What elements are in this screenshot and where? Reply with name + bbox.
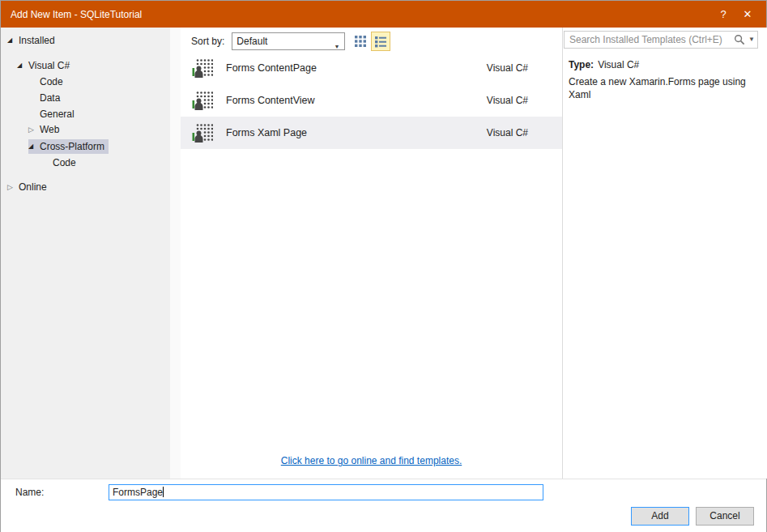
template-list: Forms ContentPage Visual C# Forms Conten…	[181, 52, 562, 149]
template-type-row: Type:Visual C#	[569, 59, 639, 70]
name-label: Name:	[15, 487, 44, 498]
titlebar[interactable]: Add New Item - SQLiteTutorial ? ✕	[1, 1, 766, 28]
expander-collapsed-icon[interactable]: ▷	[7, 179, 19, 195]
tree-item-label: Visual C#	[28, 57, 70, 74]
expander-expanded-icon[interactable]: ◢	[17, 57, 28, 74]
add-new-item-dialog: Add New Item - SQLiteTutorial ? ✕ ◢Insta…	[0, 0, 767, 532]
expander-expanded-icon[interactable]: ◢	[28, 138, 40, 155]
dialog-title: Add New Item - SQLiteTutorial	[11, 9, 711, 20]
tree-item-cross-platform[interactable]: ◢Cross-Platform	[1, 137, 181, 153]
search-box: ▼	[564, 31, 758, 49]
search-dropdown-icon[interactable]: ▼	[748, 36, 755, 43]
list-toolbar: Sort by: Default ▼	[181, 31, 562, 52]
tree-item-data[interactable]: ▷Data	[1, 88, 181, 104]
expander-expanded-icon[interactable]: ◢	[7, 32, 19, 49]
template-item-forms-contentpage[interactable]: Forms ContentPage Visual C#	[181, 52, 562, 84]
expander-collapsed-icon[interactable]: ▷	[28, 121, 40, 138]
forms-page-icon	[192, 90, 213, 111]
tree-item-label: Online	[19, 179, 47, 195]
template-name: Forms ContentPage	[226, 62, 473, 74]
tree-item-label: Code	[40, 74, 63, 90]
tree-item-online[interactable]: ▷Online	[1, 178, 181, 194]
tree-item-installed[interactable]: ◢Installed	[1, 31, 181, 47]
template-item-forms-xaml-page[interactable]: Forms Xaml Page Visual C#	[181, 117, 562, 149]
cancel-button[interactable]: Cancel	[696, 507, 754, 526]
tree-item-web[interactable]: ▷Web	[1, 121, 181, 137]
search-input[interactable]	[564, 31, 758, 49]
footer: Name: FormsPage Add Cancel	[1, 479, 766, 532]
help-button[interactable]: ?	[711, 8, 735, 20]
name-input[interactable]: FormsPage	[109, 484, 543, 500]
tree-item-label: Data	[40, 90, 60, 106]
sort-by-dropdown[interactable]: Default ▼	[232, 32, 345, 50]
category-tree-panel: ◢Installed ◢Visual C# ▷Code ▷Data ▷Gener…	[1, 28, 181, 479]
template-language: Visual C#	[473, 95, 562, 106]
template-item-forms-contentview[interactable]: Forms ContentView Visual C#	[181, 84, 562, 117]
category-tree: ◢Installed ◢Visual C# ▷Code ▷Data ▷Gener…	[1, 28, 181, 194]
name-value: FormsPage	[113, 487, 163, 498]
add-button[interactable]: Add	[631, 507, 689, 526]
forms-page-icon	[192, 122, 213, 143]
template-name: Forms ContentView	[226, 95, 473, 106]
type-value: Visual C#	[598, 59, 639, 70]
type-label: Type:	[569, 59, 594, 70]
text-caret	[163, 487, 164, 497]
tree-item-label: Web	[40, 121, 59, 138]
tree-item-label: Code	[53, 155, 76, 171]
template-description: Create a new Xamarin.Forms page using Xa…	[569, 75, 756, 101]
list-view-button[interactable]	[371, 32, 390, 51]
tree-item-visual-csharp[interactable]: ◢Visual C#	[1, 56, 181, 72]
view-mode-buttons	[350, 32, 390, 51]
list-view-icon	[374, 35, 387, 48]
tree-item-code[interactable]: ▷Code	[1, 72, 181, 88]
tree-item-label: Installed	[19, 32, 55, 49]
tree-item-cross-platform-code[interactable]: ▷Code	[1, 153, 181, 169]
tree-item-label: General	[40, 106, 75, 122]
template-language: Visual C#	[473, 62, 562, 74]
details-panel: ▼ Type:Visual C# Create a new Xamarin.Fo…	[563, 28, 767, 479]
small-icons-view-button[interactable]	[351, 32, 370, 51]
forms-page-icon	[192, 57, 213, 79]
sort-by-value: Default	[236, 36, 267, 47]
online-link-container: Click here to go online and find templat…	[181, 455, 562, 466]
close-button[interactable]: ✕	[735, 8, 760, 20]
grid-view-icon	[354, 35, 367, 48]
search-icon[interactable]	[734, 34, 745, 45]
tree-item-general[interactable]: ▷General	[1, 104, 181, 121]
template-name: Forms Xaml Page	[226, 127, 473, 138]
go-online-link[interactable]: Click here to go online and find templat…	[281, 455, 462, 466]
template-list-panel: Sort by: Default ▼	[181, 28, 562, 479]
template-language: Visual C#	[473, 127, 562, 138]
tree-item-label: Cross-Platform	[40, 138, 104, 155]
sort-by-label: Sort by:	[191, 36, 224, 47]
